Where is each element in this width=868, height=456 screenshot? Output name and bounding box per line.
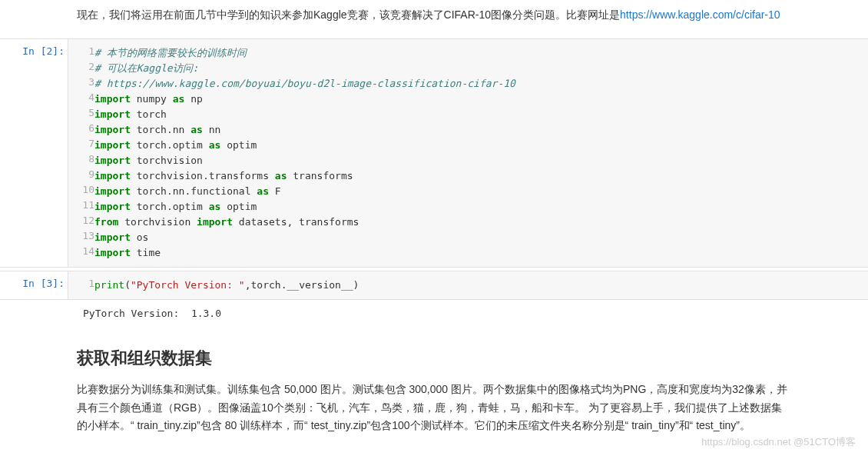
code-line: import numpy as np [94,92,868,107]
line-number: 1 [68,39,94,61]
section-heading: 获取和组织数据集 [0,324,868,374]
line-number: 1 [68,271,94,299]
prompt-2: In [3]: [0,271,68,299]
code-line: # 本节的网络需要较长的训练时间 [94,39,868,61]
line-number: 11 [68,199,94,215]
line-number: 4 [68,92,94,107]
code-line: import time [94,245,868,267]
line-number: 14 [68,245,94,267]
code-line: import torch.nn as nn [94,122,868,138]
code-line: import torch.optim as optim [94,199,868,215]
line-number: 8 [68,153,94,168]
prompt-1: In [2]: [0,39,68,267]
code-line: import torch [94,107,868,122]
code-line: import torch.nn.functional as F [94,184,868,199]
line-number: 5 [68,107,94,122]
code-line: import torchvision [94,153,868,168]
code-line: import torch.optim as optim [94,138,868,153]
code-line: import torchvision.transforms as transfo… [94,168,868,184]
code-line: print("PyTorch Version: ",torch.__versio… [94,271,868,299]
line-number: 9 [68,168,94,184]
line-number: 2 [68,61,94,76]
code-line: # https://www.kaggle.com/boyuai/boyu-d2l… [94,76,868,92]
line-number: 3 [68,76,94,92]
line-number: 7 [68,138,94,153]
line-number: 12 [68,215,94,230]
code-line: # 可以在Kaggle访问: [94,61,868,76]
line-number: 6 [68,122,94,138]
code-input-2[interactable]: 1print("PyTorch Version: ",torch.__versi… [68,271,868,299]
code-cell-1: In [2]: 1# 本节的网络需要较长的训练时间2# 可以在Kaggle访问:… [0,38,868,268]
line-number: 13 [68,230,94,245]
code-input-1[interactable]: 1# 本节的网络需要较长的训练时间2# 可以在Kaggle访问:3# https… [68,39,868,267]
section-body: 比赛数据分为训练集和测试集。训练集包含 50,000 图片。测试集包含 300,… [0,374,868,446]
intro-paragraph: 现在，我们将运用在前面几节中学到的知识来参加Kaggle竞赛，该竞赛解决了CIF… [0,0,868,35]
output-2: PyTorch Version: 1.3.0 [0,303,868,324]
intro-text: 现在，我们将运用在前面几节中学到的知识来参加Kaggle竞赛，该竞赛解决了CIF… [77,8,620,21]
code-line: import os [94,230,868,245]
code-cell-2: In [3]: 1print("PyTorch Version: ",torch… [0,271,868,300]
code-line: from torchvision import datasets, transf… [94,215,868,230]
line-number: 10 [68,184,94,199]
intro-link[interactable]: https://www.kaggle.com/c/cifar-10 [620,8,780,21]
